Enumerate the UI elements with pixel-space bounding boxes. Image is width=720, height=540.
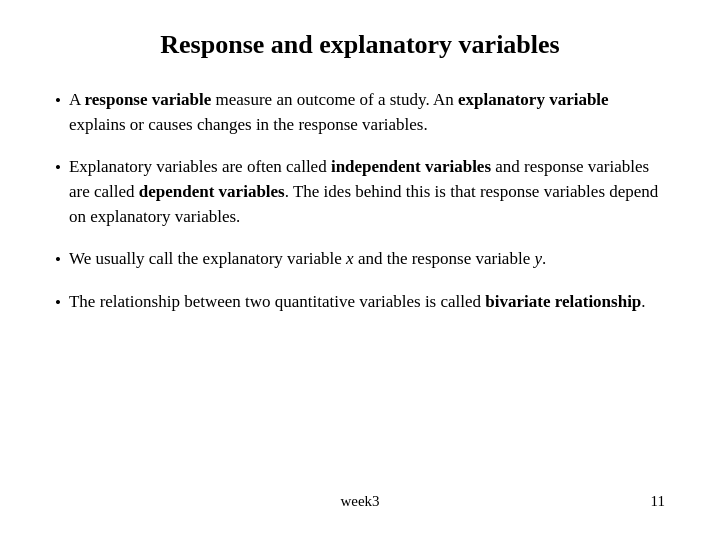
bullet-dot-2: • bbox=[55, 156, 61, 180]
bullet-text-4: The relationship between two quantitativ… bbox=[69, 290, 646, 315]
bullet-dot-4: • bbox=[55, 291, 61, 315]
slide-content: • A response variable measure an outcome… bbox=[55, 88, 665, 483]
bullet-dot-3: • bbox=[55, 248, 61, 272]
bullet-text-3: We usually call the explanatory variable… bbox=[69, 247, 546, 272]
bullet-text-2: Explanatory variables are often called i… bbox=[69, 155, 665, 229]
bullet-item-2: • Explanatory variables are often called… bbox=[55, 155, 665, 229]
slide-footer: week3 11 bbox=[55, 483, 665, 510]
italic-y: y bbox=[534, 249, 542, 268]
bullet-item-1: • A response variable measure an outcome… bbox=[55, 88, 665, 137]
footer-page-number: 11 bbox=[651, 493, 665, 510]
bullet-dot-1: • bbox=[55, 89, 61, 113]
italic-x: x bbox=[346, 249, 354, 268]
bullet-item-3: • We usually call the explanatory variab… bbox=[55, 247, 665, 272]
bullet-item-4: • The relationship between two quantitat… bbox=[55, 290, 665, 315]
slide-container: Response and explanatory variables • A r… bbox=[0, 0, 720, 540]
bullet-text-1: A response variable measure an outcome o… bbox=[69, 88, 665, 137]
bold-dependent-variables: dependent variables bbox=[139, 182, 285, 201]
bold-independent-variables: independent variables bbox=[331, 157, 491, 176]
footer-week-label: week3 bbox=[55, 493, 665, 510]
bold-explanatory-variable: explanatory variable bbox=[458, 90, 609, 109]
bold-response-variable: response variable bbox=[85, 90, 212, 109]
bold-bivariate-relationship: bivariate relationship bbox=[485, 292, 641, 311]
slide-title: Response and explanatory variables bbox=[55, 30, 665, 60]
